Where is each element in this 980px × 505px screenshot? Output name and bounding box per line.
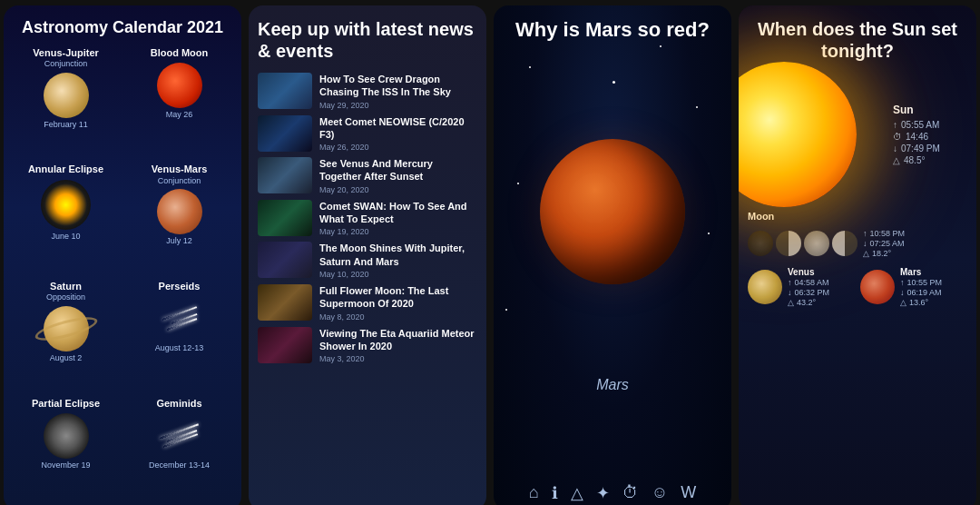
- blood-moon-image: [157, 63, 202, 108]
- panel4-title: When does the Sun set tonight?: [748, 18, 967, 62]
- mars-planet: [540, 139, 685, 284]
- news-text-4: The Moon Shines With Jupiter, Saturn And…: [319, 242, 477, 279]
- panel3-title: Why is Mars so red?: [515, 18, 710, 42]
- mars-small-image: [860, 270, 895, 304]
- mars-info: Mars ↑ 10:55 PM ↓ 06:19 AM △ 13.6°: [900, 267, 942, 307]
- panel2-title: Keep up with latest news & events: [258, 18, 477, 62]
- news-thumb-5: [258, 284, 312, 321]
- mars-panel: Why is Mars so red? Mars ⌂ ℹ △ ✦ ⏱ ☺ W: [494, 5, 731, 505]
- moon-section-label: Moon: [748, 211, 967, 222]
- news-text-2: See Venus And Mercury Together After Sun…: [319, 157, 477, 194]
- nav-wiki-icon[interactable]: W: [681, 483, 696, 503]
- panel1-title: Astronomy Calendar 2021: [13, 18, 232, 38]
- venus-info: Venus ↑ 04:58 AM ↓ 06:32 PM △ 43.2°: [788, 267, 829, 307]
- news-text-6: Viewing The Eta Aquariid Meteor Shower I…: [319, 327, 477, 364]
- news-thumb-3: [258, 200, 312, 236]
- mars-label: Mars: [596, 377, 629, 393]
- venus-mars-image: [157, 189, 202, 234]
- astronomy-calendar-panel: Astronomy Calendar 2021 Venus-Jupiter Co…: [4, 5, 241, 505]
- news-item-4[interactable]: The Moon Shines With Jupiter, Saturn And…: [258, 242, 477, 279]
- cal-item-venus-mars: Venus-Mars Conjunction July 12: [126, 163, 232, 273]
- cal-item-venus-jupiter: Venus-Jupiter Conjunction February 11: [13, 47, 119, 157]
- geminids-image: [157, 413, 202, 459]
- news-item-1[interactable]: Meet Comet NEOWISE (C/2020 F3) May 26, 2…: [258, 115, 477, 153]
- news-item-2[interactable]: See Venus And Mercury Together After Sun…: [258, 157, 477, 194]
- news-item-5[interactable]: Full Flower Moon: The Last Supermoon Of …: [258, 284, 477, 322]
- cal-item-eclipse: Annular Eclipse June 10: [13, 163, 119, 273]
- sun-panel: When does the Sun set tonight? Sun ↑ 05:…: [739, 5, 976, 505]
- sun-info: Sun ↑ 05:55 AM ⏱ 14:46 ↓ 07:49 PM △ 48.5…: [893, 104, 940, 165]
- nav-star-icon[interactable]: ✦: [596, 483, 610, 503]
- venus-item: Venus ↑ 04:58 AM ↓ 06:32 PM △ 43.2°: [748, 267, 855, 307]
- news-thumb-1: [258, 115, 312, 152]
- sunset-icon: ↓: [893, 144, 897, 153]
- news-item-0[interactable]: How To See Crew Dragon Chasing The ISS I…: [258, 73, 477, 110]
- moon-phases-item: [748, 227, 858, 260]
- news-text-0: How To See Crew Dragon Chasing The ISS I…: [319, 73, 477, 110]
- sun-area: Sun ↑ 05:55 AM ⏱ 14:46 ↓ 07:49 PM △ 48.5…: [739, 62, 967, 207]
- sunrise-icon: ↑: [893, 120, 897, 130]
- moon-cel-info: ↑ 10:58 PM ↓ 07:25 AM △ 18.2°: [863, 229, 905, 258]
- moon-phase-3: [804, 231, 829, 256]
- nav-info-icon[interactable]: ℹ: [552, 483, 558, 503]
- mars-item: Mars ↑ 10:55 PM ↓ 06:19 AM △ 13.6°: [860, 267, 967, 307]
- news-text-3: Comet SWAN: How To See And What To Expec…: [319, 200, 477, 237]
- news-thumb-6: [258, 327, 312, 363]
- perseids-image: [157, 296, 202, 342]
- cal-item-saturn: Saturn Opposition August 2: [13, 281, 119, 391]
- news-panel: Keep up with latest news & events How To…: [249, 5, 486, 505]
- moon-info-item: ↑ 10:58 PM ↓ 07:25 AM △ 18.2°: [863, 227, 967, 260]
- news-item-6[interactable]: Viewing The Eta Aquariid Meteor Shower I…: [258, 327, 477, 364]
- moon-phase-4: [832, 231, 858, 256]
- nav-home-icon[interactable]: ⌂: [529, 483, 539, 503]
- news-item-3[interactable]: Comet SWAN: How To See And What To Expec…: [258, 200, 477, 237]
- sun-image: [739, 62, 857, 207]
- news-text-5: Full Flower Moon: The Last Supermoon Of …: [319, 284, 477, 322]
- news-thumb-0: [258, 73, 312, 109]
- nav-compass-icon[interactable]: △: [571, 483, 583, 503]
- moon-phase-2: [776, 231, 801, 256]
- venus-image: [748, 270, 782, 304]
- duration-icon: ⏱: [893, 132, 902, 142]
- mars-navigation[interactable]: ⌂ ℹ △ ✦ ⏱ ☺ W: [529, 476, 696, 503]
- news-thumb-2: [258, 157, 312, 193]
- eclipse-image: [41, 180, 91, 230]
- moon-phase-1: [748, 231, 773, 256]
- angle-icon: △: [893, 155, 900, 165]
- moon-row: ↑ 10:58 PM ↓ 07:25 AM △ 18.2°: [748, 227, 967, 260]
- moon-phases: [748, 231, 858, 256]
- partial-eclipse-image: [44, 413, 89, 459]
- news-text-1: Meet Comet NEOWISE (C/2020 F3) May 26, 2…: [319, 115, 477, 153]
- calendar-grid: Venus-Jupiter Conjunction February 11 Bl…: [13, 47, 232, 498]
- venus-jupiter-image: [44, 73, 89, 118]
- venus-mars-row: Venus ↑ 04:58 AM ↓ 06:32 PM △ 43.2°: [748, 267, 967, 307]
- cal-item-geminids: Geminids December 13-14: [126, 398, 232, 498]
- cal-item-blood-moon: Blood Moon May 26: [126, 47, 232, 157]
- news-list: How To See Crew Dragon Chasing The ISS I…: [258, 73, 477, 498]
- cal-item-perseids: Perseids August 12-13: [126, 281, 232, 391]
- nav-clock-icon[interactable]: ⏱: [622, 483, 639, 503]
- saturn-image: [44, 306, 89, 352]
- news-thumb-4: [258, 242, 312, 278]
- nav-face-icon[interactable]: ☺: [652, 483, 668, 503]
- cal-item-partial-eclipse: Partial Eclipse November 19: [13, 398, 119, 498]
